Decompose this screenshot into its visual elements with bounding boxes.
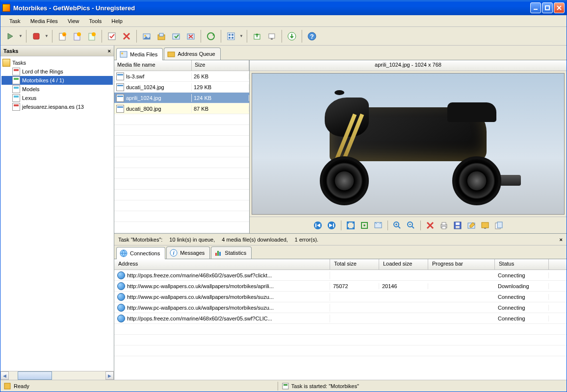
task-item[interactable]: jefesuarez.iespana.es (13 — [1, 102, 113, 111]
connection-row[interactable]: http://www.pc-wallpapers.co.uk/wallpaper… — [114, 281, 567, 292]
slideshow-button[interactable] — [265, 29, 279, 43]
app-icon — [2, 4, 10, 12]
zoom-in-button[interactable] — [392, 220, 403, 231]
svg-rect-46 — [442, 222, 446, 225]
properties-button[interactable] — [105, 29, 119, 43]
menu-view[interactable]: View — [63, 17, 84, 25]
menu-tools[interactable]: Tools — [84, 17, 107, 25]
play-button[interactable] — [3, 29, 17, 43]
column-progress[interactable]: Progress bar — [428, 259, 495, 270]
svg-rect-30 — [120, 51, 127, 57]
file-row[interactable]: ducati_800.jpg 87 KB — [114, 103, 249, 114]
delete-image-button[interactable] — [425, 220, 436, 231]
column-loaded-size[interactable]: Loaded size — [379, 259, 428, 270]
tab-connections[interactable]: Connections — [116, 247, 165, 259]
scroll-track[interactable] — [9, 371, 105, 380]
wallpaper-button[interactable] — [480, 220, 490, 231]
connections-grid: Address Total size Loaded size Progress … — [114, 259, 567, 380]
lower-tabs: Connections i Messages Statistics — [114, 245, 567, 259]
globe-icon — [117, 315, 125, 322]
svg-rect-23 — [232, 37, 233, 39]
download-button[interactable] — [285, 29, 299, 43]
next-button[interactable] — [326, 220, 337, 231]
preview-image[interactable] — [252, 73, 565, 215]
print-button[interactable] — [438, 220, 449, 231]
fullscreen-button[interactable] — [373, 220, 384, 231]
column-size[interactable]: Size — [192, 60, 249, 71]
globe-download-icon — [117, 282, 125, 290]
column-name[interactable]: Media file name — [114, 60, 192, 71]
new-task-url-button[interactable] — [70, 29, 84, 43]
copy-button[interactable] — [493, 220, 504, 231]
fit-button[interactable] — [345, 220, 356, 231]
task-item[interactable]: Lord of the Rings — [1, 67, 113, 76]
minimize-button[interactable] — [530, 2, 541, 13]
connection-row[interactable]: http://www.pc-wallpapers.co.uk/wallpaper… — [114, 302, 567, 313]
folder-icon — [167, 50, 175, 58]
close-button[interactable] — [554, 2, 565, 13]
column-status[interactable]: Status — [495, 259, 549, 270]
maximize-button[interactable] — [542, 2, 553, 13]
scroll-left-button[interactable]: ◀ — [0, 371, 9, 380]
empty-row — [114, 335, 567, 345]
scroll-thumb[interactable] — [18, 371, 52, 380]
menu-help[interactable]: Help — [106, 17, 128, 25]
actual-size-button[interactable] — [359, 220, 370, 231]
status-bar: Ready Task is started: "Motorbikes" — [0, 380, 567, 392]
svg-rect-47 — [442, 226, 446, 229]
view-mode-button[interactable] — [224, 29, 238, 43]
file-row-selected[interactable]: aprili_1024.jpg 124 KB — [114, 93, 249, 103]
tab-media-files[interactable]: Media Files — [116, 48, 163, 60]
new-task-button[interactable] — [55, 29, 69, 43]
menu-task[interactable]: Task — [4, 17, 26, 25]
task-item[interactable]: Models — [1, 85, 113, 94]
stop-dropdown[interactable]: ▼ — [44, 34, 49, 38]
export-button[interactable] — [250, 29, 264, 43]
file-row[interactable]: ls-3.swf 26 KB — [114, 71, 249, 82]
connection-row[interactable]: http://pops.freeze.com/marine/468x60/2/s… — [114, 270, 567, 281]
task-item[interactable]: Lexus — [1, 94, 113, 102]
tab-messages[interactable]: i Messages — [166, 246, 210, 259]
file-row[interactable]: ducati_1024.jpg 129 KB — [114, 82, 249, 93]
empty-row — [114, 222, 249, 233]
column-total-size[interactable]: Total size — [330, 259, 379, 270]
file-name: ls-3.swf — [126, 74, 144, 79]
menu-media-files[interactable]: Media Files — [26, 17, 63, 25]
status-left: Ready — [3, 382, 29, 390]
lower-pane-close-button[interactable]: × — [560, 237, 563, 243]
tab-address-queue[interactable]: Address Queue — [164, 48, 220, 60]
save-button[interactable] — [452, 220, 463, 231]
images-button[interactable] — [140, 29, 154, 43]
images-delete-button[interactable] — [184, 29, 198, 43]
view-mode-dropdown[interactable]: ▼ — [239, 34, 244, 38]
upper-split: Media file name Size ls-3.swf 26 KB duca… — [114, 60, 567, 234]
images-folder-button[interactable] — [155, 29, 168, 43]
zoom-out-button[interactable] — [406, 220, 416, 231]
connection-row[interactable]: http://pops.freeze.com/marine/468x60/2/s… — [114, 313, 567, 324]
play-dropdown[interactable]: ▼ — [18, 34, 23, 38]
tasks-horizontal-scrollbar[interactable]: ◀ ▶ — [0, 371, 114, 380]
new-task-wizard-button[interactable] — [85, 29, 99, 43]
edit-button[interactable] — [466, 220, 477, 231]
tasks-panel-close-button[interactable]: × — [108, 48, 111, 54]
refresh-button[interactable] — [204, 29, 218, 43]
globe-icon — [117, 293, 125, 301]
svg-point-41 — [363, 224, 365, 226]
tasks-tree[interactable]: Tasks Lord of the Rings Motorbikes (4 / … — [0, 56, 114, 371]
column-address[interactable]: Address — [114, 259, 330, 270]
task-item-selected[interactable]: Motorbikes (4 / 1) — [1, 76, 113, 85]
tab-statistics[interactable]: Statistics — [211, 246, 252, 259]
task-status-downloaded: 4 media file(s) downloaded, — [222, 237, 288, 243]
svg-rect-50 — [456, 226, 460, 228]
help-button[interactable]: ? — [305, 29, 319, 43]
previous-button[interactable] — [312, 220, 323, 231]
scroll-right-button[interactable]: ▶ — [105, 371, 114, 380]
svg-point-12 — [144, 35, 146, 37]
tasks-root[interactable]: Tasks — [1, 58, 113, 67]
images-check-button[interactable] — [169, 29, 183, 43]
connection-row[interactable]: http://www.pc-wallpapers.co.uk/wallpaper… — [114, 292, 567, 302]
svg-rect-14 — [159, 33, 163, 36]
globe-icon — [117, 304, 125, 312]
stop-button[interactable] — [29, 29, 43, 43]
delete-button[interactable] — [120, 29, 133, 43]
